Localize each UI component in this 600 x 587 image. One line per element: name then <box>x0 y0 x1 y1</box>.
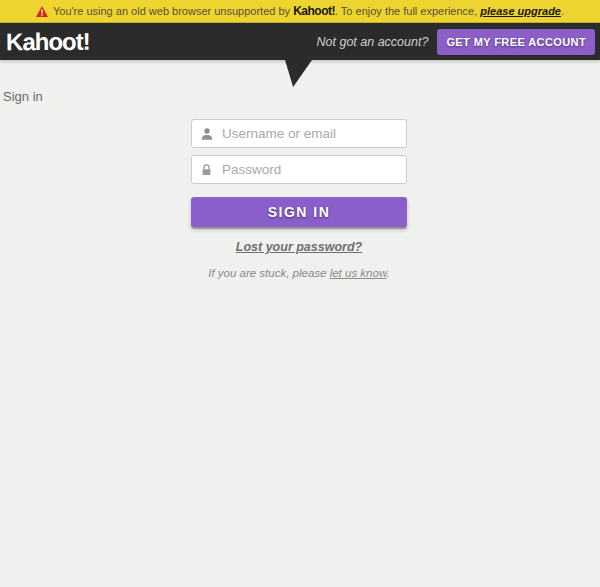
password-input[interactable] <box>191 155 407 184</box>
upgrade-link[interactable]: please upgrade <box>480 5 561 17</box>
help-text-after: . <box>387 267 390 279</box>
top-header: Kahoot! Not got an account? GET MY FREE … <box>0 23 600 60</box>
kahoot-logo[interactable]: Kahoot! <box>6 27 90 56</box>
lost-password-link[interactable]: Lost your password? <box>191 240 407 254</box>
browser-warning-banner: You're using an old web browser unsuppor… <box>0 0 600 23</box>
page-title: Sign in <box>3 89 43 104</box>
banner-brand-logo: Kahoot! <box>293 4 335 18</box>
header-right-group: Not got an account? GET MY FREE ACCOUNT <box>317 23 596 60</box>
password-field-wrap <box>191 155 407 184</box>
banner-text-middle: . To enjoy the full experience, <box>335 5 480 17</box>
username-field-wrap <box>191 119 407 148</box>
help-text-before: If you are stuck, please <box>208 267 329 279</box>
get-free-account-button[interactable]: GET MY FREE ACCOUNT <box>437 29 595 55</box>
banner-text-before: You're using an old web browser unsuppor… <box>53 5 293 17</box>
let-us-know-link[interactable]: let us know <box>330 267 387 279</box>
help-text: If you are stuck, please let us know. <box>191 267 407 279</box>
banner-text-after: . <box>561 5 564 17</box>
username-input[interactable] <box>191 119 407 148</box>
sign-in-form: SIGN IN Lost your password? If you are s… <box>191 119 407 279</box>
account-prompt-text: Not got an account? <box>317 35 429 49</box>
sign-in-button[interactable]: SIGN IN <box>191 197 407 227</box>
header-speech-tail <box>285 60 312 87</box>
warning-triangle-icon <box>36 6 48 17</box>
